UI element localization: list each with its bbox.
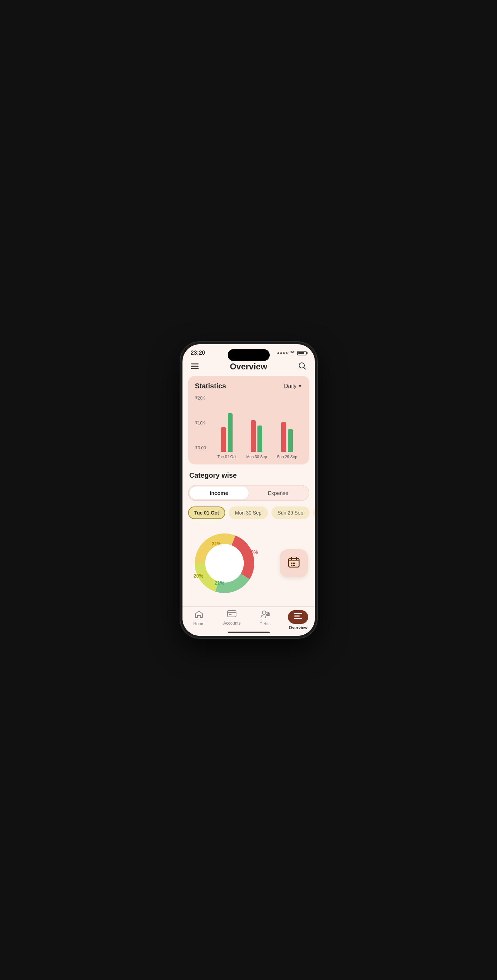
header: Overview	[183, 359, 315, 376]
donut-chart: 31% 28% 21% 20%	[189, 528, 260, 598]
svg-rect-15	[291, 565, 292, 566]
svg-rect-25	[294, 618, 302, 619]
svg-point-20	[262, 611, 266, 614]
home-indicator	[228, 632, 270, 633]
svg-rect-16	[293, 565, 295, 566]
bar-group-tue: Tue 01 Oct	[218, 413, 237, 459]
donut-svg	[189, 528, 260, 598]
menu-icon[interactable]	[191, 363, 198, 371]
phone-frame: 23:20	[180, 342, 317, 638]
page-title: Overview	[230, 362, 267, 372]
y-label-10k: ₹10K	[195, 421, 206, 425]
expense-toggle-btn[interactable]: Expense	[249, 487, 308, 500]
main-content: Statistics Daily ▼ ₹20K ₹10K ₹0.00	[183, 376, 315, 636]
income-toggle-btn[interactable]: Income	[189, 487, 249, 500]
bars-row-tue	[221, 413, 233, 452]
signal-dots-icon	[277, 352, 287, 354]
svg-rect-14	[293, 563, 295, 564]
overview-icon	[294, 613, 302, 621]
donut-label-red: 28%	[248, 549, 258, 555]
wifi-icon	[290, 350, 295, 356]
donut-section: 31% 28% 21% 20%	[183, 525, 315, 605]
nav-home[interactable]: Home	[189, 610, 210, 626]
svg-rect-0	[191, 363, 198, 364]
bar-red-sun	[281, 422, 286, 452]
nav-overview-label: Overview	[289, 625, 308, 630]
svg-rect-1	[191, 366, 198, 367]
search-icon[interactable]	[299, 362, 306, 372]
nav-overview[interactable]: Overview	[287, 610, 308, 630]
bar-green-mon	[257, 425, 262, 452]
daily-dropdown-label: Daily	[284, 383, 297, 390]
bar-group-sun: Sun 29 Sep	[277, 422, 297, 459]
home-icon	[195, 610, 203, 620]
status-time: 23:20	[191, 350, 205, 356]
statistics-card: Statistics Daily ▼ ₹20K ₹10K ₹0.00	[188, 376, 309, 465]
nav-debts[interactable]: Debts	[255, 610, 276, 626]
svg-rect-13	[291, 563, 292, 564]
bars-row-sun	[281, 422, 293, 452]
bar-green-sun	[288, 429, 293, 452]
statistics-header: Statistics Daily ▼	[195, 382, 302, 390]
donut-label-yellow: 31%	[212, 541, 222, 546]
nav-overview-icon-bg	[288, 610, 308, 624]
bar-green-tue	[228, 413, 233, 452]
date-pill-3[interactable]: Sat 28 S…	[313, 506, 315, 519]
statistics-title: Statistics	[195, 382, 226, 390]
bar-label-sun: Sun 29 Sep	[277, 455, 297, 459]
nav-home-label: Home	[193, 621, 205, 626]
bar-group-mon: Mon 30 Sep	[246, 420, 267, 459]
income-expense-toggle[interactable]: Income Expense	[188, 485, 309, 501]
bar-red-mon	[251, 420, 256, 452]
chart-bars: Tue 01 Oct Mon 30 Sep	[213, 396, 302, 459]
date-pill-1[interactable]: Mon 30 Sep	[229, 506, 268, 519]
chevron-down-icon: ▼	[298, 384, 302, 389]
svg-rect-2	[191, 368, 198, 369]
date-pill-0[interactable]: Tue 01 Oct	[188, 506, 225, 519]
y-label-20k: ₹20K	[195, 396, 206, 401]
nav-accounts-label: Accounts	[224, 621, 241, 626]
svg-rect-17	[228, 611, 236, 617]
svg-rect-19	[229, 614, 232, 615]
bar-label-tue: Tue 01 Oct	[218, 455, 237, 459]
donut-label-green: 21%	[215, 580, 224, 586]
calendar-icon	[287, 556, 300, 571]
nav-accounts[interactable]: Accounts	[221, 610, 242, 626]
chart-y-labels: ₹20K ₹10K ₹0.00	[195, 396, 206, 450]
y-label-0: ₹0.00	[195, 445, 206, 450]
battery-icon	[297, 351, 306, 355]
status-icons	[277, 350, 306, 356]
bar-chart: ₹20K ₹10K ₹0.00 Tue 01 Oct	[195, 396, 302, 459]
bar-label-mon: Mon 30 Sep	[246, 455, 267, 459]
accounts-icon	[227, 610, 237, 619]
category-wise-title: Category wise	[183, 471, 315, 485]
phone-screen: 23:20	[183, 344, 315, 636]
date-pill-2[interactable]: Sun 29 Sep	[272, 506, 310, 519]
daily-dropdown[interactable]: Daily ▼	[284, 383, 302, 390]
bar-red-tue	[221, 427, 226, 452]
svg-rect-24	[294, 616, 300, 617]
calendar-button[interactable]	[280, 549, 308, 577]
debts-icon	[260, 610, 270, 620]
dynamic-island	[228, 349, 270, 361]
svg-point-8	[205, 544, 244, 582]
bars-row-mon	[251, 420, 262, 452]
nav-debts-label: Debts	[260, 621, 270, 626]
donut-label-lightyellow: 20%	[194, 573, 203, 579]
svg-rect-23	[294, 613, 302, 614]
date-pills: Tue 01 Oct Mon 30 Sep Sun 29 Sep Sat 28 …	[183, 506, 315, 525]
